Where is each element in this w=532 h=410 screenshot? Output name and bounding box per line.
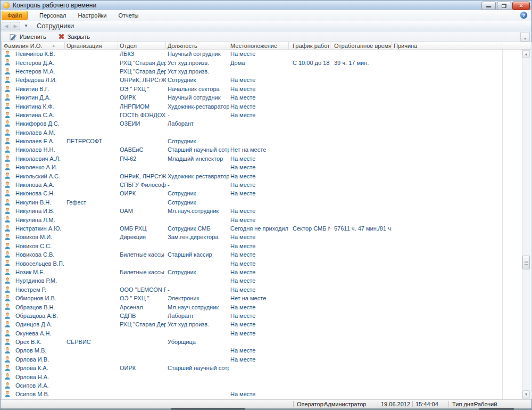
cell-name: Одинцов Д.А. (2, 320, 65, 329)
table-row[interactable]: Нистраткин А.Ю.ОМБ РХЦСотрудник СМБСегод… (2, 224, 502, 233)
column-header-position[interactable]: Должность (166, 42, 229, 49)
cell-reason (392, 111, 502, 119)
cell-worked (330, 338, 392, 346)
table-row[interactable]: Нестеров М.А.РХЦ "Старая ДеревнУст худ.п… (2, 67, 502, 76)
cell-position: Уст худ.произв. (166, 58, 229, 67)
table-row[interactable]: Николаев А.М. (2, 128, 502, 137)
table-row[interactable]: Новиков М.И.ДирекцияЗам.ген.директораНа … (2, 233, 502, 241)
cell-location: На месте (229, 171, 289, 180)
table-row[interactable]: Новиков С.С.На месте (2, 242, 502, 250)
cell-reason (392, 250, 502, 259)
table-row[interactable]: Орлов М.В.На месте (2, 346, 502, 355)
cell-schedule (289, 302, 330, 311)
cell-org (65, 355, 118, 364)
menu-reports[interactable]: Отчеты (118, 12, 138, 19)
cell-location (229, 67, 289, 76)
table-row[interactable]: Николенко А.И.На месте (2, 163, 502, 171)
minimize-button[interactable]: ▬ (481, 2, 496, 10)
help-icon[interactable]: ? (520, 12, 527, 19)
person-icon (4, 303, 11, 310)
cell-worked (330, 242, 392, 250)
tab-employees[interactable]: Сотрудники (37, 22, 74, 30)
cell-org: ПЕТЕРСОФТ (65, 137, 118, 145)
cell-location: На месте (229, 390, 289, 398)
table-row[interactable]: Новосельцев В.П.На месте (2, 259, 502, 267)
table-row[interactable]: Осипов И.А. (2, 381, 502, 390)
cell-dept: РХЦ "Старая Деревн (118, 320, 166, 329)
back-button[interactable]: ◀ (2, 22, 11, 30)
table-row[interactable]: Орех В.К.СЕРВИСУборщица (2, 338, 502, 346)
cell-dept: ОИРК (118, 93, 166, 102)
menu-settings[interactable]: Настройки (78, 12, 107, 19)
column-header-name[interactable]: Фамилия И.О.▲ (2, 42, 65, 49)
restore-button[interactable] (497, 2, 511, 10)
cell-worked (330, 381, 392, 390)
cell-location (229, 119, 289, 128)
table-row[interactable]: Одинцов Д.А.РХЦ "Старая ДеревнУст худ.пр… (2, 320, 502, 329)
column-header-worked-time[interactable]: Отработанное время (330, 42, 392, 49)
table-row[interactable]: Окунева А.Н.На месте (2, 329, 502, 338)
table-row[interactable]: Никитин В.Г.ОЭ " РХЦ "Начальник сектораН… (2, 85, 502, 93)
table-row[interactable]: Никонова С.Н.ОИРКСотрудникНа месте (2, 189, 502, 198)
table-row[interactable]: Николаев Н.Н.ОАВЕиССтарший научный сотру… (2, 145, 502, 154)
column-header-organization[interactable]: Организация (65, 42, 118, 49)
table-row[interactable]: Обморнов И.В.ОЭ " РХЦ "ЭлектроникНет на … (2, 294, 502, 302)
table-row[interactable]: Нефедова Л.И.ОНРиК, ЛНРСтЖСотрудникНа ме… (2, 76, 502, 84)
table-row[interactable]: Никольский А.С.ОНРиК, ЛНРСтЖХудожник-рес… (2, 171, 502, 180)
cell-name: Николаев Е.А. (2, 137, 65, 145)
table-row[interactable]: Никонова А.А.СПБГУ Философски-На месте (2, 181, 502, 189)
menu-file-button[interactable]: Файл (2, 11, 28, 20)
column-header-location[interactable]: Местоположение (229, 42, 289, 49)
table-row[interactable]: Николаев Е.А.ПЕТЕРСОФТСотрудник (2, 137, 502, 145)
column-header-schedule[interactable]: График работы (289, 42, 330, 49)
table-row[interactable]: Осипов М.В.На месте (2, 390, 502, 398)
table-row[interactable]: Никулин В.Н.ГефестСотрудник (2, 198, 502, 207)
toolbar-overflow-button[interactable]: ▾ (520, 32, 530, 42)
cell-reason (392, 93, 502, 102)
cell-dept: ОНРиК, ЛНРСтЖ (118, 76, 166, 84)
column-header-reason[interactable]: Причина (392, 42, 502, 49)
vertical-scrollbar[interactable]: ▲ ▼ (522, 50, 530, 399)
table-row[interactable]: Никулина Л.М.На месте (2, 215, 502, 224)
menu-personal[interactable]: Персонал (39, 12, 66, 19)
table-row[interactable]: Орлова И.В.На месте (2, 355, 502, 364)
table-row[interactable]: Никитина С.А.ГОСТЬ ФОНДОХРАН-На месте (2, 111, 502, 119)
cell-dept: Арсенал (118, 302, 166, 311)
table-row[interactable]: Нестеров Д.А.РХЦ "Старая ДеревнУст худ.п… (2, 58, 502, 67)
cell-org (65, 302, 118, 311)
cell-location: На месте (229, 242, 289, 250)
table-row[interactable]: Образцова А.В.СДПВЛаборантНа месте (2, 311, 502, 320)
table-row[interactable]: Нуртдинов Р.М.На месте (2, 276, 502, 285)
cell-reason (392, 215, 502, 224)
table-row[interactable]: Немчинов К.В.ЛБКЗНаучный сотрудникНа мес… (2, 50, 502, 58)
scroll-down-icon[interactable]: ▼ (522, 390, 530, 398)
cell-org (65, 67, 118, 76)
table-row[interactable]: Никитин Д.А.ОИРКНаучный сотрудникНа мест… (2, 93, 502, 102)
close-button[interactable]: ✕ (512, 2, 530, 10)
forward-button[interactable]: ▶ (11, 22, 20, 30)
table-row[interactable]: Никитина К.Ф.ЛНРПИОМХудожник-реставратор… (2, 102, 502, 110)
table-row[interactable]: Нозик М.Е.Билетные кассыСотрудникНа мест… (2, 268, 502, 276)
table-row[interactable]: Новикова С.В.Билетные кассыСтарший касси… (2, 250, 502, 259)
table-row[interactable]: Николаевич А.Л.ПЧ-62Младший инспекторНа … (2, 154, 502, 163)
close-view-button[interactable]: Закрыть (56, 32, 92, 40)
table-row[interactable]: Никифоров Д.С.ОЗЕИИЛаборант (2, 119, 502, 128)
column-header-department[interactable]: Отдел (118, 42, 166, 49)
edit-button[interactable]: Изменить (7, 32, 48, 41)
cell-location: На месте (229, 207, 289, 215)
cell-dept (118, 338, 166, 346)
table-row[interactable]: Образцов В.Н.АрсеналМл.науч.сотрудникНа … (2, 302, 502, 311)
cell-org (65, 259, 118, 267)
cell-dept (118, 390, 166, 398)
table-row[interactable]: Нюстрем Р.ООО "LEMCON RUS-На месте (2, 285, 502, 294)
cell-reason (392, 76, 502, 84)
table-row[interactable]: Орлова Н.А. (2, 372, 502, 381)
scrollbar-thumb[interactable] (522, 256, 530, 269)
cell-org (65, 242, 118, 250)
nav-dropdown-icon[interactable]: ▼ (24, 23, 28, 28)
table-row[interactable]: Никулина И.В.ОАММл.науч.сотрудникНа мест… (2, 207, 502, 215)
table-row[interactable]: Орлова К.А.ОИРКСтарший научный сотруд (2, 364, 502, 372)
person-icon (4, 347, 11, 354)
scroll-up-icon[interactable]: ▲ (522, 50, 530, 58)
cell-reason (392, 285, 502, 294)
